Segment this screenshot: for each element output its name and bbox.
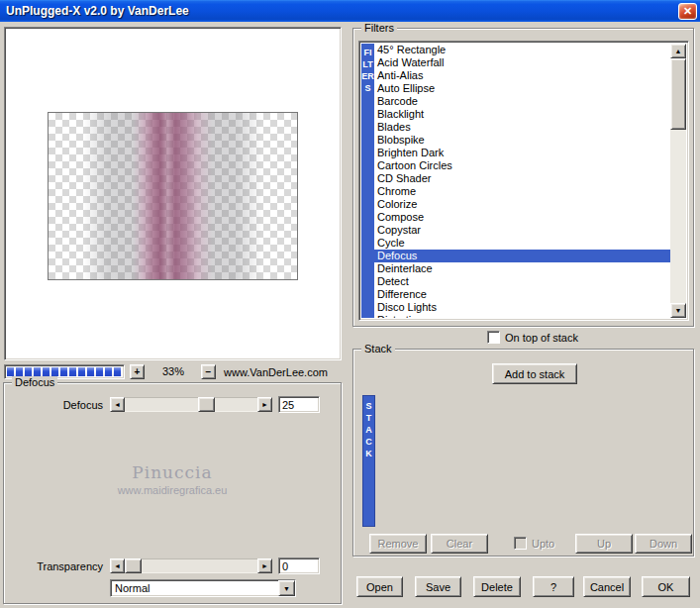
upto-checkbox: Upto [514,537,554,550]
filters-group-label: Filters [361,22,397,34]
close-button[interactable]: ✕ [678,3,697,20]
right-arrow-icon: ► [261,562,268,569]
transparency-slider[interactable]: ◄ ► [110,558,272,573]
filter-item[interactable]: Acid Waterfall [374,56,670,69]
help-button[interactable]: ? [533,576,574,597]
transparency-param-label: Transparency [10,560,103,572]
delete-button[interactable]: Delete [473,576,521,597]
transparency-slider-thumb[interactable] [125,558,142,573]
save-button[interactable]: Save [415,576,461,597]
scroll-track[interactable] [670,58,686,303]
filter-item[interactable]: Anti-Alias [374,69,670,82]
defocus-value-input[interactable] [278,396,320,413]
transparency-slider-track[interactable] [125,558,257,573]
up-arrow-icon: ▲ [675,48,682,54]
vanderlee-website-link[interactable]: www.VanDerLee.com [224,366,328,378]
defocus-slider-thumb[interactable] [198,397,215,412]
scroll-thumb[interactable] [670,58,686,130]
cancel-button[interactable]: Cancel [583,576,631,597]
defocus-slider-track[interactable] [125,397,257,412]
transparency-slider-right-button[interactable]: ► [257,558,272,573]
zoom-out-button[interactable]: − [201,364,216,379]
stack-group-label: Stack [361,343,395,355]
defocus-group: Defocus Defocus ◄ ► Pinuccia www.maidire… [3,382,342,604]
ok-button[interactable]: OK [642,576,690,597]
filter-item[interactable]: Distortion [374,314,670,318]
defocus-group-label: Defocus [12,376,57,388]
defocus-slider-right-button[interactable]: ► [257,397,272,412]
on-top-checkbox-label: On top of stack [505,332,578,344]
filter-item[interactable]: CD Shader [374,172,670,185]
unplugged-x-dialog: UnPlugged-X v2.0 by VanDerLee ✕ + 33% − … [0,0,700,608]
filter-item[interactable]: Copystar [374,224,670,237]
watermark-site: www.maidiregrafica.eu [4,484,341,496]
filters-group: Filters FILTERS 45° Rectangle Acid Water… [352,28,694,327]
defocus-param-label: Defocus [10,399,103,411]
filters-list: 45° Rectangle Acid Waterfall Anti-Alias … [374,44,670,318]
filters-vertical-banner: FILTERS [361,44,374,318]
blend-mode-value: Normal [111,580,278,596]
filter-item[interactable]: Barcode [374,95,670,108]
blend-mode-select[interactable]: Normal ▼ [110,579,296,597]
filter-item-selected[interactable]: Defocus [374,250,670,262]
on-top-of-stack-checkbox[interactable]: On top of stack [487,331,578,344]
scroll-down-button[interactable]: ▼ [670,303,686,318]
stack-vertical-banner: STACK [362,395,375,527]
preview-area[interactable] [4,27,342,360]
zoom-level: 33% [147,364,200,379]
blend-mode-dropdown-button[interactable]: ▼ [278,580,295,596]
filter-item[interactable]: Colorize [374,198,670,211]
preview-image[interactable] [48,112,298,280]
filters-scrollbar[interactable]: ▲ ▼ [670,44,686,318]
filter-item[interactable]: Deinterlace [374,262,670,275]
filter-item[interactable]: Disco Lights [374,301,670,314]
filter-item[interactable]: Cycle [374,237,670,250]
remove-button: Remove [369,534,427,554]
filter-item[interactable]: Difference [374,288,670,301]
dialog-body: + 33% − www.VanDerLee.com Defocus Defocu… [0,22,700,608]
open-button[interactable]: Open [356,576,403,597]
on-top-checkbox-box[interactable] [487,331,500,344]
filter-item[interactable]: Auto Ellipse [374,82,670,95]
defocus-slider-left-button[interactable]: ◄ [110,397,125,412]
filter-item[interactable]: Blades [374,121,670,134]
stack-group: Stack Add to stack STACK Remove Clear Up… [352,349,694,557]
filter-item[interactable]: Brighten Dark [374,147,670,159]
chevron-down-icon: ▼ [283,585,290,592]
defocus-stripes-render [49,113,297,279]
clear-button: Clear [431,534,488,554]
defocus-slider[interactable]: ◄ ► [110,397,272,412]
window-title: UnPlugged-X v2.0 by VanDerLee [6,4,678,18]
title-bar[interactable]: UnPlugged-X v2.0 by VanDerLee ✕ [0,0,700,22]
down-button: Down [635,534,692,554]
filter-item[interactable]: 45° Rectangle [374,44,670,56]
filter-item[interactable]: Detect [374,275,670,288]
transparency-slider-left-button[interactable]: ◄ [110,558,125,573]
right-arrow-icon: ► [261,401,268,408]
left-arrow-icon: ◄ [114,562,121,569]
filter-item[interactable]: Compose [374,211,670,224]
close-icon: ✕ [683,5,692,17]
filter-item[interactable]: Blobspike [374,134,670,147]
filter-item[interactable]: Blacklight [374,108,670,121]
upto-checkbox-label: Upto [532,538,554,550]
transparency-value-input[interactable] [278,557,320,574]
upto-checkbox-box [514,537,527,550]
up-button: Up [575,534,633,554]
left-arrow-icon: ◄ [114,401,121,408]
progress-bar-fill [7,367,122,376]
watermark-name: Pinuccia [4,462,341,482]
filter-item[interactable]: Chrome [374,185,670,198]
filter-item[interactable]: Cartoon Circles [374,159,670,172]
scroll-up-button[interactable]: ▲ [670,44,686,58]
add-to-stack-button[interactable]: Add to stack [492,363,577,384]
filters-listbox[interactable]: FILTERS 45° Rectangle Acid Waterfall Ant… [358,41,689,321]
down-arrow-icon: ▼ [675,307,682,314]
zoom-in-button[interactable]: + [130,364,145,379]
